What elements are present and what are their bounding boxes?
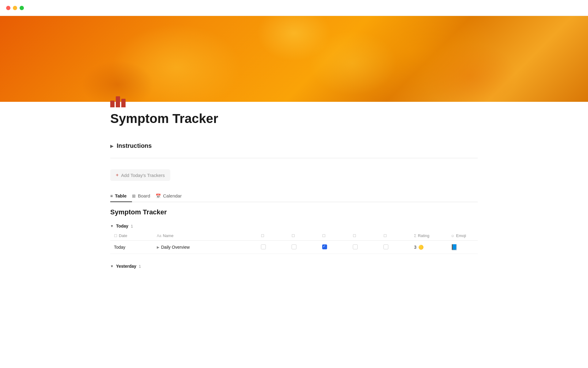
add-trackers-label: Add Today's Trackers [121,173,165,178]
yesterday-group-count: 1 [139,264,141,269]
yesterday-group-header[interactable]: ▼ Yesterday 1 [110,261,478,271]
name-th-icon: Aa [157,234,161,238]
page-title: Symptom Tracker [110,111,478,126]
th-date-label: Date [119,233,127,238]
today-group: ▼ Today 1 ☐ Date Aa Name [110,221,478,254]
page-content: Symptom Tracker ▶ Instructions + Add Tod… [80,93,508,271]
th-check1: ☐ [257,231,288,241]
today-group-arrow: ▼ [110,224,114,228]
tab-table-label: Table [115,193,126,198]
checkbox-1[interactable] [261,244,266,249]
close-button[interactable] [6,6,10,10]
table-row: Today ▶ Daily Overview [110,241,478,254]
view-tabs: ≡ Table ⊞ Board 📅 Calendar [110,190,478,202]
tab-board-label: Board [138,193,150,198]
bar-chart-icon [110,93,478,107]
emoji-th-icon: ☺ [451,234,454,238]
checkbox-3[interactable] [322,244,327,249]
rating-th-icon: Σ [414,234,416,238]
th-name: Aa Name [153,231,257,241]
check2-th-icon: ☐ [292,234,295,238]
th-rating-label: Rating [418,233,429,238]
yesterday-group: ▼ Yesterday 1 [110,261,478,271]
th-check4: ☐ [349,231,380,241]
minimize-button[interactable] [13,6,17,10]
tab-board[interactable]: ⊞ Board [132,190,156,202]
emoji-cell: 📘 [447,241,478,254]
check2-cell[interactable] [288,241,318,254]
th-emoji: ☺ Emoji [447,231,478,241]
tab-calendar[interactable]: 📅 Calendar [156,190,187,202]
check4-cell[interactable] [349,241,380,254]
th-check5: ☐ [380,231,410,241]
name-cell[interactable]: ▶ Daily Overview [153,241,257,254]
plus-icon: + [116,172,119,178]
check5-th-icon: ☐ [383,234,387,238]
board-icon: ⊞ [132,194,136,198]
rating-emoji: 🟡 [418,245,424,250]
check1-cell[interactable] [257,241,288,254]
today-group-count: 1 [131,224,133,228]
calendar-icon: 📅 [156,194,161,198]
date-cell: Today [110,241,153,254]
instructions-label: Instructions [117,142,152,149]
check3-th-icon: ☐ [322,234,326,238]
th-name-label: Name [163,233,174,238]
th-rating: Σ Rating [410,231,447,241]
checkbox-4[interactable] [353,244,358,249]
checkbox-5[interactable] [383,244,388,249]
toggle-arrow-icon: ▶ [110,144,114,148]
yesterday-group-name: Yesterday [116,264,136,269]
check3-cell[interactable] [318,241,349,254]
titlebar [0,0,588,16]
th-date: ☐ Date [110,231,153,241]
th-check3: ☐ [318,231,349,241]
rating-value: 3 [414,245,417,250]
table-header: ☐ Date Aa Name ☐ ☐ ☐ ☐ ☐ [110,231,478,241]
date-value: Today [114,245,125,250]
tab-calendar-label: Calendar [163,193,182,198]
section-divider [110,158,478,158]
row-emoji: 📘 [451,244,458,250]
rating-cell: 3 🟡 [410,241,447,254]
maximize-button[interactable] [20,6,24,10]
row-name-value: Daily Overview [161,245,190,250]
tracker-table: ☐ Date Aa Name ☐ ☐ ☐ ☐ ☐ [110,231,478,254]
page-icon [110,93,478,107]
bar2 [116,96,120,107]
today-group-header[interactable]: ▼ Today 1 [110,221,478,231]
tab-table[interactable]: ≡ Table [110,190,132,202]
add-trackers-button[interactable]: + Add Today's Trackers [110,169,170,181]
th-check2: ☐ [288,231,318,241]
database-title: Symptom Tracker [110,208,478,216]
today-group-name: Today [116,224,128,228]
check4-th-icon: ☐ [353,234,356,238]
date-th-icon: ☐ [114,234,117,238]
yesterday-group-arrow: ▼ [110,264,114,268]
instructions-toggle[interactable]: ▶ Instructions [110,139,478,153]
checkbox-2[interactable] [292,244,296,249]
check1-th-icon: ☐ [261,234,264,238]
row-expand-arrow: ▶ [157,245,159,249]
table-icon: ≡ [110,194,113,198]
th-emoji-label: Emoji [456,233,466,238]
bar3 [121,99,126,107]
check5-cell[interactable] [380,241,410,254]
cover-image [0,16,588,102]
bar1 [110,101,115,107]
